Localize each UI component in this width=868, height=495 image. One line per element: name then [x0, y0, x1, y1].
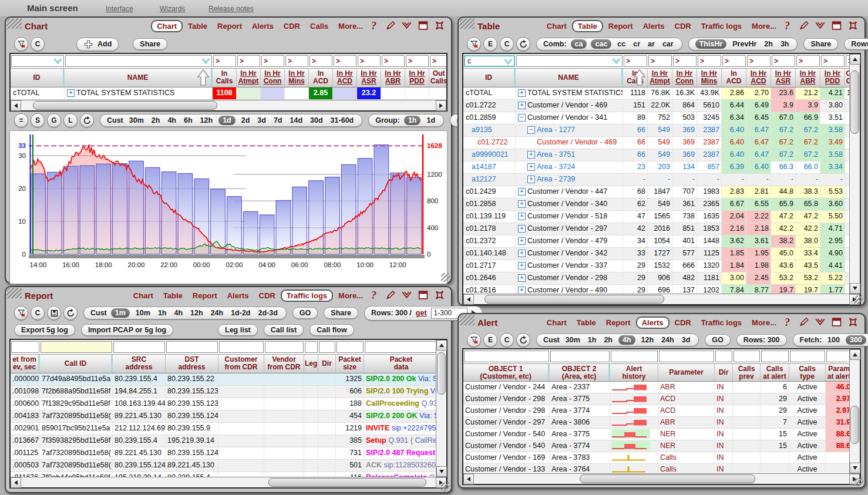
column-header-name[interactable]: NAME — [516, 69, 623, 87]
chevron-down-icon[interactable] — [53, 58, 62, 65]
filter-input[interactable]: > — [624, 55, 647, 67]
table-row[interactable]: c01.2616+Customer / Vendor - 49029696137… — [463, 285, 849, 294]
pill-1h[interactable]: 1h — [156, 309, 169, 317]
bar-hour-21[interactable] — [374, 145, 389, 254]
table-row[interactable]: .0041837af7320895bd11e58(89.221.45.13080… — [11, 410, 436, 423]
column-header-name[interactable]: NAME — [65, 69, 213, 87]
scroll-up-arrow[interactable] — [850, 54, 860, 65]
pill-30d[interactable]: 30d — [308, 116, 325, 124]
filter-input[interactable] — [113, 341, 165, 353]
tab-alerts[interactable]: Alerts — [636, 316, 669, 329]
column-header-leg[interactable]: Leg — [304, 355, 318, 373]
table-row[interactable]: c01.2646+Customer / Vendor - 29829906482… — [463, 272, 849, 285]
button-c[interactable]: C — [31, 306, 45, 320]
column-header-object-2-area-etc[interactable]: OBJECT 2(Area, etc) — [550, 364, 610, 381]
expand-icon[interactable]: − — [527, 126, 535, 134]
tab-report[interactable]: Report — [188, 290, 222, 301]
table-row[interactable]: c01.2722Customer / Vendor - 469665493692… — [463, 137, 849, 149]
bar-hour-22[interactable] — [391, 173, 405, 254]
scroll-left-arrow[interactable] — [463, 294, 474, 305]
panel-drag-handle[interactable] — [6, 288, 22, 298]
pill-24h[interactable]: 24h — [660, 336, 676, 344]
panel-drag-handle[interactable] — [459, 315, 475, 325]
tab-more[interactable]: More... — [334, 21, 368, 32]
bar-hour-10[interactable] — [194, 179, 209, 254]
collapse-icon[interactable] — [401, 20, 412, 31]
tab-cdr[interactable]: CDR — [254, 290, 280, 301]
edit-icon[interactable] — [385, 289, 396, 301]
expand-icon[interactable]: + — [518, 262, 526, 270]
expand-icon[interactable]: + — [518, 250, 526, 257]
pill-2d[interactable]: 2d — [240, 116, 252, 124]
pill-ar[interactable]: ar — [646, 40, 657, 48]
expand-icon[interactable]: + — [67, 89, 75, 97]
pill-3h[interactable]: 3h — [779, 40, 791, 48]
expand-icon[interactable]: + — [518, 102, 526, 109]
pill-3d[interactable]: 3d — [255, 116, 268, 124]
close-icon[interactable] — [434, 289, 445, 301]
filter-button[interactable] — [467, 333, 481, 347]
filter-input[interactable] — [734, 351, 760, 362]
scroll-left-arrow[interactable] — [11, 100, 21, 111]
expand-icon[interactable]: + — [518, 274, 526, 282]
filter-input[interactable]: > — [406, 55, 429, 67]
button-l[interactable]: L — [63, 113, 78, 127]
column-header-in-hr-atmpt[interactable]: In HrAtmpt — [648, 69, 672, 87]
save-button[interactable] — [47, 306, 61, 320]
scroll-up-arrow[interactable] — [850, 349, 860, 360]
pill-30m[interactable]: 30m — [564, 336, 582, 344]
pill-prevhr[interactable]: PrevHr — [731, 40, 758, 48]
vertical-scrollbar[interactable] — [436, 340, 446, 477]
table-row[interactable]: a12127+Area - 2739--------- — [463, 174, 849, 186]
filter-input[interactable] — [11, 55, 64, 67]
pill-7d[interactable]: 7d — [272, 116, 284, 124]
table-row[interactable]: c01.2717+Customer / Vendor - 33729153266… — [463, 260, 849, 272]
share-button[interactable]: Share — [803, 38, 838, 50]
button-g[interactable]: G — [47, 113, 61, 127]
table-row[interactable]: Customer / Vendor - 169Area - 3783CallsI… — [463, 452, 849, 464]
nav-link-wizards[interactable]: Wizards — [160, 5, 185, 13]
maximize-icon[interactable] — [418, 289, 429, 301]
table-row[interactable]: Customer / Vendor - 297Area - 3806ABRIN7… — [463, 417, 849, 429]
table-row[interactable]: .0116767f0eb44c95bd11e58f195.219.39.1480… — [11, 472, 436, 477]
tab-chart[interactable]: Chart — [542, 317, 571, 328]
pill-12h[interactable]: 12h — [189, 309, 205, 317]
pill-thishr[interactable]: ThisHr — [695, 39, 727, 49]
collapse-icon[interactable] — [815, 316, 826, 328]
button-c[interactable]: C — [500, 333, 514, 347]
column-header-dir[interactable]: Dir — [318, 355, 336, 373]
scrollbar-thumb[interactable] — [850, 70, 859, 134]
pill-cr[interactable]: cr — [631, 40, 642, 48]
filter-input[interactable] — [337, 341, 364, 353]
pill-2h[interactable]: 2h — [602, 336, 614, 344]
column-header-in-hr-abr[interactable]: In HrABR — [796, 69, 820, 87]
close-icon[interactable] — [847, 20, 859, 31]
tab-more[interactable]: More... — [334, 290, 368, 301]
filter-input[interactable]: > — [309, 55, 332, 67]
filter-input[interactable] — [41, 341, 112, 353]
bar-hour-23[interactable] — [407, 177, 422, 254]
button-s[interactable]: S — [31, 113, 45, 127]
column-header-dst-address[interactable]: DSTaddress — [166, 355, 218, 373]
sort-arrow-icon[interactable] — [633, 69, 647, 86]
filter-input[interactable]: c — [464, 55, 515, 67]
filter-input[interactable] — [11, 341, 39, 353]
tab-cdr[interactable]: CDR — [279, 21, 305, 32]
filter-input[interactable]: > — [747, 55, 771, 67]
column-header-calls-at-alert[interactable]: Callsat alert — [761, 364, 789, 381]
button-[interactable]: = — [14, 113, 28, 127]
table-row[interactable]: c01.2858+Customer / Vendor - 34062549361… — [463, 198, 849, 211]
scroll-down-arrow[interactable] — [436, 466, 447, 477]
column-header-packet-size[interactable]: Packetsize — [336, 355, 364, 373]
tab-table[interactable]: Table — [183, 21, 212, 32]
horizontal-scrollbar[interactable] — [463, 473, 860, 484]
chart-canvas[interactable]: 01020303304008001200162814:0016:0018:002… — [10, 131, 446, 281]
close-icon[interactable] — [847, 316, 859, 328]
pill-30m[interactable]: 30m — [127, 116, 146, 124]
column-header-in-calls[interactable]: InCalls — [623, 69, 648, 87]
vertical-scrollbar[interactable] — [849, 54, 860, 294]
filter-input[interactable] — [219, 341, 264, 353]
column-header-calls-type[interactable]: Callstype — [789, 364, 826, 381]
vertical-scrollbar[interactable] — [849, 349, 860, 473]
filter-input[interactable]: > — [430, 55, 446, 67]
